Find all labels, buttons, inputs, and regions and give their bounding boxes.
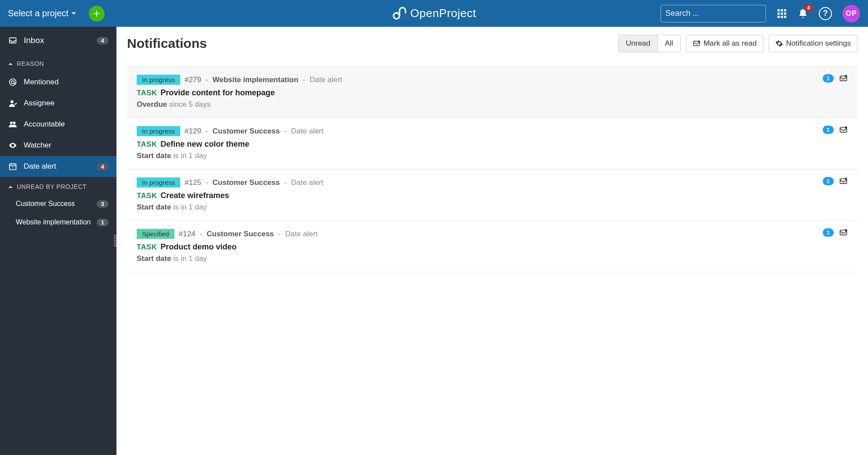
detail-label: Overdue: [137, 100, 167, 108]
notification-count-badge: 4: [804, 4, 813, 11]
add-button[interactable]: [89, 6, 105, 22]
sidebar-project-website-implementation[interactable]: Website implementation1: [0, 213, 116, 231]
sidebar-item-accountable[interactable]: Accountable: [0, 114, 116, 135]
svg-point-32: [845, 229, 847, 231]
notification-count: 1: [823, 74, 834, 83]
work-package-type: TASK: [137, 243, 157, 252]
notification-list: In progress#279-Website implementation-D…: [127, 66, 857, 272]
sidebar-item-mentioned[interactable]: Mentioned: [0, 72, 116, 93]
sidebar-project-customer-success[interactable]: Customer Success3: [0, 195, 116, 213]
brand-logo[interactable]: OpenProject: [392, 6, 476, 21]
detail-label: Start date: [137, 152, 171, 160]
notification-actions: 1: [823, 177, 848, 185]
filter-unread[interactable]: Unread: [619, 35, 657, 52]
work-package-id: #279: [185, 76, 201, 84]
sidebar-item-watcher[interactable]: Watcher: [0, 135, 116, 156]
chevron-up-icon: [8, 61, 13, 66]
svg-rect-11: [784, 16, 786, 18]
help-button[interactable]: ?: [819, 7, 832, 20]
svg-rect-10: [781, 16, 783, 18]
mentioned-icon: [8, 78, 18, 87]
notification-meta: In progress#279-Website implementation-D…: [137, 75, 848, 85]
notification-actions: 1: [823, 125, 848, 134]
sidebar-section-projects[interactable]: UNREAD BY PROJECT: [0, 177, 116, 195]
global-search[interactable]: [661, 5, 766, 22]
notification-count: 1: [823, 228, 834, 237]
notification-detail: Overdue since 5 days: [137, 100, 848, 109]
svg-point-14: [11, 81, 15, 84]
detail-value: is in 1 day: [173, 203, 207, 211]
project-name: Customer Success: [207, 230, 274, 238]
filter-segmented: Unread All: [618, 35, 681, 52]
svg-point-26: [845, 75, 847, 77]
svg-point-24: [698, 40, 700, 43]
sidebar-section-reason[interactable]: REASON: [0, 54, 116, 72]
sidebar-project-count: 1: [97, 219, 109, 226]
filter-all[interactable]: All: [657, 35, 680, 52]
notification-card[interactable]: In progress#125-Customer Success-Date al…: [127, 170, 857, 221]
work-package-id: #129: [185, 127, 201, 136]
chevron-down-icon: [71, 11, 76, 16]
sidebar-inbox[interactable]: Inbox 4: [0, 27, 116, 54]
mark-read-button[interactable]: [839, 74, 848, 83]
notification-settings-label: Notification settings: [786, 39, 851, 48]
project-name: Website implementation: [213, 76, 298, 84]
notification-reason: Date alert: [291, 178, 323, 187]
accountable-icon: [8, 120, 18, 129]
svg-point-28: [845, 126, 847, 129]
svg-rect-6: [777, 12, 780, 14]
mark-read-button[interactable]: [839, 177, 848, 185]
notification-title-row: TASKCreate wireframes: [137, 191, 848, 200]
svg-point-15: [11, 100, 14, 103]
user-avatar[interactable]: OP: [843, 5, 860, 22]
project-name: Customer Success: [213, 127, 280, 136]
sidebar-resize-handle[interactable]: [114, 235, 116, 247]
sidebar-item-label: Watcher: [24, 141, 109, 150]
mark-read-icon: [693, 40, 701, 47]
notification-meta: In progress#125-Customer Success-Date al…: [137, 177, 848, 188]
svg-rect-3: [777, 9, 780, 11]
svg-point-0: [393, 13, 399, 19]
mark-all-read-button[interactable]: Mark all as read: [686, 35, 763, 52]
notification-detail: Start date is in 1 day: [137, 203, 848, 212]
svg-point-16: [10, 122, 13, 124]
svg-rect-9: [777, 16, 780, 18]
notification-card[interactable]: In progress#129-Customer Success-Date al…: [127, 118, 857, 170]
mark-read-button[interactable]: [839, 228, 848, 237]
notification-meta: In progress#129-Customer Success-Date al…: [137, 126, 848, 136]
work-package-type: TASK: [137, 191, 157, 200]
svg-rect-7: [781, 12, 783, 14]
detail-value: since 5 days: [169, 100, 211, 108]
search-input[interactable]: [665, 9, 767, 18]
inbox-icon: [8, 36, 18, 45]
notification-title-row: TASKProvide content for homepage: [137, 88, 848, 98]
watcher-icon: [8, 141, 18, 150]
top-header: Select a project OpenProject 4 ? OP: [0, 0, 868, 27]
modules-button[interactable]: [777, 8, 787, 19]
notification-actions: 1: [823, 74, 848, 83]
notification-detail: Start date is in 1 day: [137, 254, 848, 263]
sidebar-project-count: 3: [97, 200, 109, 208]
sidebar-item-date-alert[interactable]: !Date alert4: [0, 156, 116, 177]
sidebar-item-assignee[interactable]: Assignee: [0, 93, 116, 114]
project-selector[interactable]: Select a project: [8, 8, 76, 18]
mark-all-read-label: Mark all as read: [704, 39, 757, 48]
notification-reason: Date alert: [291, 127, 323, 136]
grid-icon: [777, 8, 787, 19]
notifications-button[interactable]: 4: [798, 8, 808, 19]
plus-icon: [92, 9, 101, 18]
project-selector-label: Select a project: [8, 8, 69, 18]
notification-card[interactable]: Specified#124-Customer Success-Date aler…: [127, 221, 857, 272]
notification-count: 1: [823, 177, 834, 185]
date-alert-icon: !: [8, 162, 18, 171]
work-package-id: #124: [179, 230, 196, 238]
notification-settings-button[interactable]: Notification settings: [769, 35, 857, 52]
notification-card[interactable]: In progress#279-Website implementation-D…: [127, 66, 857, 118]
sidebar-item-count: 4: [97, 163, 109, 170]
work-package-title: Provide content for homepage: [160, 88, 275, 98]
mark-read-button[interactable]: [839, 125, 848, 134]
detail-label: Start date: [137, 203, 171, 211]
svg-rect-8: [784, 12, 786, 14]
sidebar-item-label: Date alert: [24, 162, 97, 171]
gear-icon: [775, 40, 783, 47]
